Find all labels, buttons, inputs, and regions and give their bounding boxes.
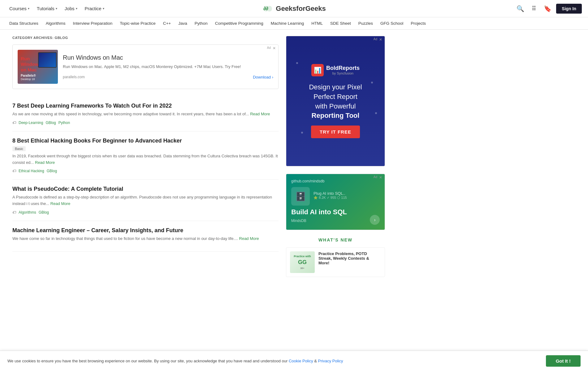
sidebar-ad-1-content: 📊 BoldReports by Syncfusion Design your … bbox=[286, 36, 385, 166]
article-item: 7 Best Deep Learning Frameworks To Watch… bbox=[12, 96, 279, 131]
whats-new-title: WHAT'S NEW bbox=[286, 237, 385, 242]
ad2-plug-text: Plug AI into SQL.. bbox=[313, 191, 347, 196]
whats-new-card[interactable]: Practice with GG 36+ Practice Problems, … bbox=[286, 247, 385, 277]
secondary-nav-topic-wise[interactable]: Topic-wise Practice bbox=[117, 20, 159, 27]
read-more-link[interactable]: Read More bbox=[239, 236, 259, 241]
logo-text: GeeksforGeeks bbox=[276, 5, 326, 13]
sidebar-ad2-brand: MindsDB bbox=[291, 219, 380, 223]
secondary-nav-gfg-school[interactable]: GFG School bbox=[377, 20, 406, 27]
whats-new-section: WHAT'S NEW Practice with GG 36+ Practice… bbox=[286, 237, 385, 277]
headline-bold: Reporting Tool bbox=[312, 112, 360, 119]
got-it-button[interactable]: Got It ! bbox=[546, 355, 581, 367]
cookie-policy-link[interactable]: Cookie Policy bbox=[289, 359, 313, 363]
article-tags: 🏷 Ethical Hacking GBlog bbox=[12, 169, 279, 173]
ad-title: Run Windows on Mac bbox=[63, 54, 273, 61]
main-container: Category Archives: GBlog Ad ✕ RunWindows… bbox=[0, 30, 588, 283]
secondary-nav-java[interactable]: Java bbox=[175, 20, 190, 27]
practice-label: Practice with bbox=[294, 255, 311, 258]
article-title[interactable]: 8 Best Ethical Hacking Books For Beginne… bbox=[12, 138, 279, 144]
article-excerpt: We have come so far in technology that t… bbox=[12, 236, 279, 242]
sidebar-ad-headline: Design your PixelPerfect Reportwith Powe… bbox=[309, 83, 362, 121]
article-title[interactable]: Machine Learning Engineer – Career, Sala… bbox=[12, 227, 279, 234]
tag-icon: 🏷 bbox=[12, 210, 16, 215]
chevron-down-icon: ▾ bbox=[103, 7, 104, 10]
nav-left: Courses ▾ Tutorials ▾ Jobs ▾ Practice ▾ bbox=[6, 3, 107, 14]
nav-right: 🔍 ⠿ 🔖 Sign In bbox=[515, 4, 582, 14]
secondary-nav-data-structures[interactable]: Data Structures bbox=[6, 20, 41, 27]
secondary-nav-cpp[interactable]: C++ bbox=[160, 20, 174, 27]
ad-label: Ad bbox=[267, 46, 271, 49]
secondary-nav-puzzles[interactable]: Puzzles bbox=[355, 20, 376, 27]
mindsdb-icon: 🗄️ bbox=[291, 187, 310, 206]
whats-new-image: Practice with GG 36+ bbox=[290, 251, 315, 273]
tag-gblog[interactable]: GBlog bbox=[47, 169, 57, 173]
nav-courses[interactable]: Courses ▾ bbox=[6, 3, 32, 14]
nav-jobs-label: Jobs bbox=[65, 6, 75, 11]
ad-cta-link[interactable]: Download › bbox=[253, 75, 273, 79]
decorative-dot bbox=[301, 132, 303, 134]
sidebar-ad-mindsdb: Ad ✕ github.com/mindsdb 🗄️ Plug AI into … bbox=[286, 174, 385, 230]
site-logo[interactable]: ∂∂ GeeksforGeeks bbox=[262, 3, 326, 14]
ad-close-icon[interactable]: ✕ bbox=[379, 37, 382, 42]
tag-icon: 🏷 bbox=[12, 121, 16, 125]
cookie-ampersand: & bbox=[314, 359, 318, 363]
privacy-policy-link[interactable]: Privacy Policy bbox=[318, 359, 343, 363]
ad2-text-content: Plug AI into SQL.. ⭐ 8.2K ✓ 955 ⬡ 115 bbox=[313, 191, 347, 202]
ad-label: Ad bbox=[374, 175, 377, 179]
apps-grid-button[interactable]: ⠿ bbox=[529, 4, 539, 14]
search-button[interactable]: 🔍 bbox=[515, 4, 525, 14]
article-item: 8 Best Ethical Hacking Books For Beginne… bbox=[12, 131, 279, 180]
sidebar-ad-boldreports: Ad ✕ 📊 BoldReports by Syncfusion Design … bbox=[286, 36, 385, 166]
tag-icon: 🏷 bbox=[12, 169, 16, 173]
tag-deep-learning[interactable]: Deep-Learning bbox=[19, 121, 43, 125]
secondary-nav-projects[interactable]: Projects bbox=[408, 20, 429, 27]
article-excerpt-text: We have come so far in technology that t… bbox=[12, 236, 238, 241]
nav-tutorials[interactable]: Tutorials ▾ bbox=[34, 3, 60, 14]
nav-jobs[interactable]: Jobs ▾ bbox=[62, 3, 80, 14]
cookie-message: We use cookies to ensure you have the be… bbox=[7, 359, 288, 363]
ad-close-icon[interactable]: ✕ bbox=[379, 175, 382, 180]
secondary-nav-competitive[interactable]: Competitive Programming bbox=[212, 20, 266, 27]
logo-icon: ∂∂ bbox=[262, 3, 273, 14]
article-excerpt: As we are now moving at this speed in te… bbox=[12, 111, 279, 117]
tag-algorithms[interactable]: Algorithms bbox=[19, 210, 36, 215]
article-tags: 🏷 Algorithms GBlog bbox=[12, 210, 279, 215]
decorative-dot bbox=[375, 112, 377, 114]
nav-practice[interactable]: Practice ▾ bbox=[82, 3, 107, 14]
secondary-nav-html[interactable]: HTML bbox=[308, 20, 326, 27]
read-more-link[interactable]: Read More bbox=[250, 112, 270, 116]
secondary-nav-python[interactable]: Python bbox=[192, 20, 211, 27]
decorative-dot bbox=[371, 82, 373, 83]
ad-description: Run Windows on Mac. Apple M1, M2 chips, … bbox=[63, 64, 273, 70]
ad2-arrow-button[interactable]: › bbox=[370, 215, 380, 225]
tag-ethical-hacking[interactable]: Ethical Hacking bbox=[19, 169, 44, 173]
article-title[interactable]: What is PseudoCode: A Complete Tutorial bbox=[12, 186, 279, 192]
bookmark-button[interactable]: 🔖 bbox=[543, 4, 552, 14]
cookie-text: We use cookies to ensure you have the be… bbox=[7, 359, 546, 363]
brand-info: BoldReports by Syncfusion bbox=[326, 65, 360, 75]
sign-in-button[interactable]: Sign In bbox=[556, 4, 582, 14]
tag-gblog[interactable]: GBlog bbox=[39, 210, 49, 215]
sidebar-ad2-title: Build AI into SQL bbox=[291, 208, 380, 216]
secondary-nav: Data Structures Algorithms Interview Pre… bbox=[0, 17, 588, 30]
gg-logo: GG bbox=[298, 259, 307, 266]
tag-gblog[interactable]: GBlog bbox=[45, 121, 56, 125]
brand-name: BoldReports bbox=[326, 65, 360, 71]
read-more-link[interactable]: Read More bbox=[35, 160, 55, 165]
ad-close-icon[interactable]: ✕ bbox=[273, 46, 276, 50]
ad2-inner: 🗄️ Plug AI into SQL.. ⭐ 8.2K ✓ 955 ⬡ 115 bbox=[291, 187, 380, 206]
secondary-nav-sde-sheet[interactable]: SDE Sheet bbox=[327, 20, 354, 27]
ad-content: Run Windows on Mac Run Windows on Mac. A… bbox=[63, 54, 273, 79]
article-item: Machine Learning Engineer – Career, Sala… bbox=[12, 221, 279, 252]
article-title[interactable]: 7 Best Deep Learning Frameworks To Watch… bbox=[12, 103, 279, 109]
read-more-link[interactable]: Read More bbox=[50, 201, 70, 206]
category-header: Category Archives: GBlog bbox=[12, 36, 279, 40]
secondary-nav-algorithms[interactable]: Algorithms bbox=[43, 20, 69, 27]
chevron-down-icon: ▾ bbox=[56, 7, 57, 10]
tag-python[interactable]: Python bbox=[58, 121, 70, 125]
secondary-nav-interview-prep[interactable]: Interview Preparation bbox=[70, 20, 116, 27]
try-it-free-button[interactable]: TRY IT FREE bbox=[311, 126, 360, 138]
sidebar-ad-2-content: github.com/mindsdb 🗄️ Plug AI into SQL..… bbox=[286, 174, 385, 230]
article-excerpt: A Pseudocode is defined as a step-by-ste… bbox=[12, 194, 279, 207]
secondary-nav-ml[interactable]: Machine Learning bbox=[268, 20, 307, 27]
